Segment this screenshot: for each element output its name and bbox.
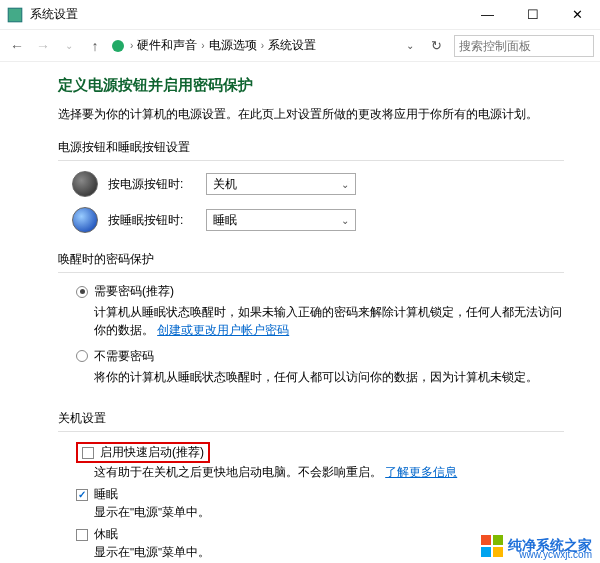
navbar: ← → ⌄ ↑ › 硬件和声音 › 电源选项 › 系统设置 ⌄ ↻ 🔍 bbox=[0, 30, 600, 62]
radio-icon bbox=[76, 286, 88, 298]
sleep-dropdown[interactable]: 睡眠 ⌄ bbox=[206, 209, 356, 231]
breadcrumb-power[interactable]: 电源选项 bbox=[209, 37, 257, 54]
minimize-button[interactable]: — bbox=[465, 0, 510, 30]
app-icon bbox=[6, 6, 24, 24]
checkbox-icon[interactable] bbox=[76, 529, 88, 541]
sleep-label: 按睡眠按钮时: bbox=[108, 212, 200, 229]
svg-rect-0 bbox=[8, 8, 22, 22]
fast-startup-label: 启用快速启动(推荐) bbox=[100, 444, 204, 461]
password-section-title: 唤醒时的密码保护 bbox=[58, 251, 564, 273]
page-title: 定义电源按钮并启用密码保护 bbox=[58, 76, 564, 95]
no-password-option[interactable]: 不需要密码 将你的计算机从睡眠状态唤醒时，任何人都可以访问你的数据，因为计算机未… bbox=[76, 348, 564, 386]
search-box[interactable]: 🔍 bbox=[454, 35, 594, 57]
sleep-value: 睡眠 bbox=[213, 212, 237, 229]
fast-startup-option[interactable]: 启用快速启动(推荐) 这有助于在关机之后更快地启动电脑。不会影响重启。 了解更多… bbox=[76, 442, 564, 480]
power-plan-icon bbox=[110, 38, 126, 54]
watermark-logo-icon bbox=[481, 535, 503, 557]
back-button[interactable]: ← bbox=[6, 35, 28, 57]
power-button-row: 按电源按钮时: 关机 ⌄ bbox=[72, 171, 564, 197]
window-title: 系统设置 bbox=[30, 6, 465, 23]
recent-dropdown[interactable]: ⌄ bbox=[58, 35, 80, 57]
breadcrumb-settings[interactable]: 系统设置 bbox=[268, 37, 316, 54]
titlebar: 系统设置 — ☐ ✕ bbox=[0, 0, 600, 30]
button-section-title: 电源按钮和睡眠按钮设置 bbox=[58, 139, 564, 161]
watermark: 纯净系统之家 www.ycwxjt.com bbox=[481, 535, 592, 557]
no-password-desc: 将你的计算机从睡眠状态唤醒时，任何人都可以访问你的数据，因为计算机未锁定。 bbox=[94, 368, 564, 386]
close-button[interactable]: ✕ bbox=[555, 0, 600, 30]
refresh-button[interactable]: ↻ bbox=[426, 36, 446, 56]
power-icon bbox=[72, 171, 98, 197]
highlight-box: 启用快速启动(推荐) bbox=[76, 442, 210, 463]
change-password-link[interactable]: 创建或更改用户帐户密码 bbox=[157, 324, 289, 336]
checkbox-icon[interactable] bbox=[76, 489, 88, 501]
chevron-down-icon: ⌄ bbox=[341, 215, 349, 226]
sleep-option-label: 睡眠 bbox=[94, 486, 118, 503]
power-label: 按电源按钮时: bbox=[108, 176, 200, 193]
require-password-option[interactable]: 需要密码(推荐) 计算机从睡眠状态唤醒时，如果未输入正确的密码来解除计算机锁定，… bbox=[76, 283, 564, 340]
no-password-label: 不需要密码 bbox=[94, 348, 154, 365]
sleep-button-row: 按睡眠按钮时: 睡眠 ⌄ bbox=[72, 207, 564, 233]
forward-button[interactable]: → bbox=[32, 35, 54, 57]
chevron-down-icon: ⌄ bbox=[341, 179, 349, 190]
radio-icon bbox=[76, 350, 88, 362]
content-area: 定义电源按钮并启用密码保护 选择要为你的计算机的电源设置。在此页上对设置所做的更… bbox=[0, 62, 600, 563]
shutdown-section-title: 关机设置 bbox=[58, 410, 564, 432]
fast-startup-desc: 这有助于在关机之后更快地启动电脑。不会影响重启。 了解更多信息 bbox=[94, 465, 564, 480]
sleep-option[interactable]: 睡眠 显示在"电源"菜单中。 bbox=[76, 486, 564, 520]
sleep-icon bbox=[72, 207, 98, 233]
breadcrumb-hardware[interactable]: 硬件和声音 bbox=[137, 37, 197, 54]
power-dropdown[interactable]: 关机 ⌄ bbox=[206, 173, 356, 195]
require-password-desc: 计算机从睡眠状态唤醒时，如果未输入正确的密码来解除计算机锁定，任何人都无法访问你… bbox=[94, 303, 564, 340]
up-button[interactable]: ↑ bbox=[84, 35, 106, 57]
sleep-option-desc: 显示在"电源"菜单中。 bbox=[94, 505, 564, 520]
breadcrumb-dropdown[interactable]: ⌄ bbox=[400, 36, 420, 56]
checkbox-icon[interactable] bbox=[82, 447, 94, 459]
svg-point-1 bbox=[112, 40, 124, 52]
power-value: 关机 bbox=[213, 176, 237, 193]
window-controls: — ☐ ✕ bbox=[465, 0, 600, 30]
watermark-url: www.ycwxjt.com bbox=[519, 549, 592, 560]
maximize-button[interactable]: ☐ bbox=[510, 0, 555, 30]
breadcrumb[interactable]: › 硬件和声音 › 电源选项 › 系统设置 bbox=[110, 37, 396, 54]
require-password-label: 需要密码(推荐) bbox=[94, 283, 174, 300]
search-input[interactable] bbox=[459, 39, 600, 53]
hibernate-option-label: 休眠 bbox=[94, 526, 118, 543]
learn-more-link[interactable]: 了解更多信息 bbox=[385, 466, 457, 478]
page-desc: 选择要为你的计算机的电源设置。在此页上对设置所做的更改将应用于你所有的电源计划。 bbox=[58, 105, 564, 123]
